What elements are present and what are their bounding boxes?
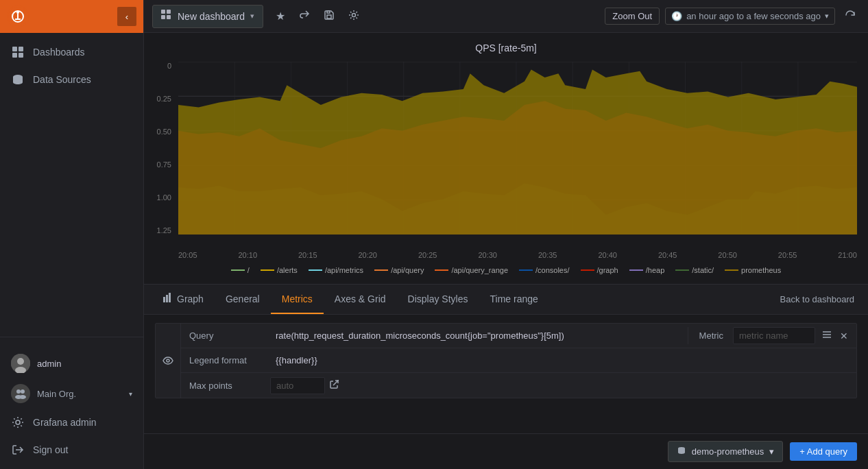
svg-rect-21	[167, 15, 171, 19]
settings-button[interactable]	[344, 7, 363, 26]
svg-point-14	[21, 389, 25, 394]
tab-time-range-label: Time range	[490, 293, 538, 304]
sidebar-item-grafana-admin[interactable]: Grafana admin	[0, 409, 143, 436]
legend-color-graph	[581, 269, 594, 271]
time-range-display[interactable]: 🕐 an hour ago to a few seconds ago ▾	[665, 8, 835, 25]
chart-area: QPS [rate-5m] 1.25 1.00 0.75 0.50 0.25 0	[144, 33, 868, 284]
sidebar-divider	[0, 337, 143, 337]
sidebar-item-dashboards-label: Dashboards	[33, 47, 85, 58]
svg-rect-20	[161, 15, 165, 19]
topbar-actions: ★	[272, 7, 363, 26]
time-range-label: an hour ago to a few seconds ago	[686, 11, 821, 21]
metrics-list-button[interactable]	[819, 327, 834, 344]
svg-marker-44	[178, 69, 857, 234]
dashboard-menu-button[interactable]: New dashboard ▾	[152, 5, 263, 28]
sidebar-item-datasources-label: Data Sources	[33, 74, 91, 85]
right-actions: Zoom Out 🕐 an hour ago to a few seconds …	[605, 7, 860, 26]
tab-time-range[interactable]: Time range	[479, 285, 548, 314]
sidebar-nav: Dashboards Data Sources	[0, 33, 143, 331]
query-input[interactable]	[270, 326, 688, 345]
legend-item-alerts: /alerts	[261, 266, 298, 274]
dashboards-icon	[11, 45, 25, 59]
legend-format-input[interactable]	[270, 351, 856, 370]
sidebar-item-dashboards[interactable]: Dashboards	[0, 38, 143, 66]
save-button[interactable]	[320, 7, 339, 26]
sidebar-item-sign-out[interactable]: Sign out	[0, 436, 143, 464]
metric-label: Metric	[694, 330, 729, 341]
svg-rect-19	[167, 10, 171, 14]
legend-color-api-metrics	[309, 269, 322, 271]
svg-rect-22	[327, 15, 331, 19]
svg-rect-5	[12, 47, 17, 51]
legend-color-slash	[231, 269, 245, 271]
tab-metrics[interactable]: Metrics	[271, 285, 324, 314]
sidebar-item-datasources[interactable]: Data Sources	[0, 66, 143, 93]
legend-color-static	[675, 269, 689, 271]
refresh-button[interactable]	[841, 7, 860, 26]
metrics-editor: Query Metric	[144, 315, 868, 412]
legend-color-heap	[629, 269, 643, 271]
query-field-row: Query Metric	[181, 324, 856, 348]
panel-tabs: Graph General Metrics Axes & Grid Displa…	[144, 285, 868, 315]
star-button[interactable]: ★	[272, 7, 289, 25]
legend-item-graph: /graph	[581, 266, 618, 274]
sidebar-item-sign-out-label: Sign out	[33, 444, 68, 455]
svg-rect-18	[161, 10, 165, 14]
tab-metrics-label: Metrics	[282, 293, 313, 304]
legend-item-static: /static/	[675, 266, 714, 274]
max-points-label: Max points	[181, 381, 270, 391]
svg-rect-8	[19, 53, 23, 58]
query-fields: Query Metric	[181, 324, 856, 398]
sidebar-collapse-button[interactable]: ‹	[117, 7, 136, 26]
back-to-dashboard-button[interactable]: Back to dashboard	[775, 289, 860, 310]
svg-point-2	[16, 11, 19, 14]
avatar	[11, 354, 30, 373]
grafana-logo-icon	[7, 5, 29, 27]
sidebar-item-org[interactable]: Main Org. ▾	[0, 378, 143, 409]
tab-graph[interactable]: Graph	[152, 285, 215, 314]
chart-svg	[178, 62, 857, 234]
main-content: New dashboard ▾ ★	[144, 0, 868, 469]
metric-actions: ✕	[819, 327, 851, 344]
eye-button[interactable]	[156, 324, 181, 398]
sidebar-bottom: admin Main Org. ▾ Grafana admin	[0, 343, 143, 469]
legend-color-api-query	[374, 269, 388, 271]
username: admin	[37, 359, 61, 369]
tab-general[interactable]: General	[215, 285, 271, 314]
y-axis-labels: 1.25 1.00 0.75 0.50 0.25 0	[144, 62, 175, 234]
dashboard-title: New dashboard	[178, 11, 245, 22]
gear-icon	[11, 416, 25, 429]
metric-name-input[interactable]	[733, 327, 815, 344]
svg-rect-7	[12, 53, 17, 58]
query-row: Query Metric	[155, 323, 857, 398]
time-dropdown-icon: ▾	[825, 12, 829, 21]
zoom-out-button[interactable]: Zoom Out	[605, 8, 660, 25]
bar-chart-icon	[163, 293, 173, 304]
tab-axes-grid-label: Axes & Grid	[335, 293, 386, 304]
max-points-input[interactable]	[270, 377, 325, 394]
tab-graph-label: Graph	[177, 293, 204, 304]
datasource-label: demo-prometheus	[692, 446, 764, 457]
dropdown-chevron-icon: ▾	[250, 12, 254, 21]
bottom-actions: demo-prometheus ▾ + Add query	[144, 433, 868, 469]
svg-point-11	[17, 358, 24, 365]
datasource-selector-button[interactable]: demo-prometheus ▾	[668, 441, 784, 462]
dashboard-grid-icon	[161, 10, 172, 23]
legend-item-api-metrics: /api/metrics	[309, 266, 363, 274]
legend-item-consoles: /consoles/	[519, 266, 570, 274]
legend-item-api-query: /api/query	[374, 266, 424, 274]
datasources-icon	[11, 73, 25, 86]
tab-display-styles[interactable]: Display Styles	[397, 285, 479, 314]
add-query-button[interactable]: + Add query	[790, 442, 857, 461]
tab-axes-grid[interactable]: Axes & Grid	[324, 285, 397, 314]
svg-rect-45	[163, 297, 165, 302]
tab-general-label: General	[226, 293, 260, 304]
org-icon	[11, 384, 30, 403]
top-bar: New dashboard ▾ ★	[144, 0, 868, 33]
remove-query-button[interactable]: ✕	[837, 328, 851, 344]
sidebar: ‹ Dashboards Data Sources	[0, 0, 144, 469]
datasource-chevron-icon: ▾	[769, 446, 774, 457]
max-points-link-button[interactable]	[325, 377, 343, 394]
share-button[interactable]	[295, 7, 314, 26]
legend-item-prometheus: prometheus	[725, 266, 781, 274]
